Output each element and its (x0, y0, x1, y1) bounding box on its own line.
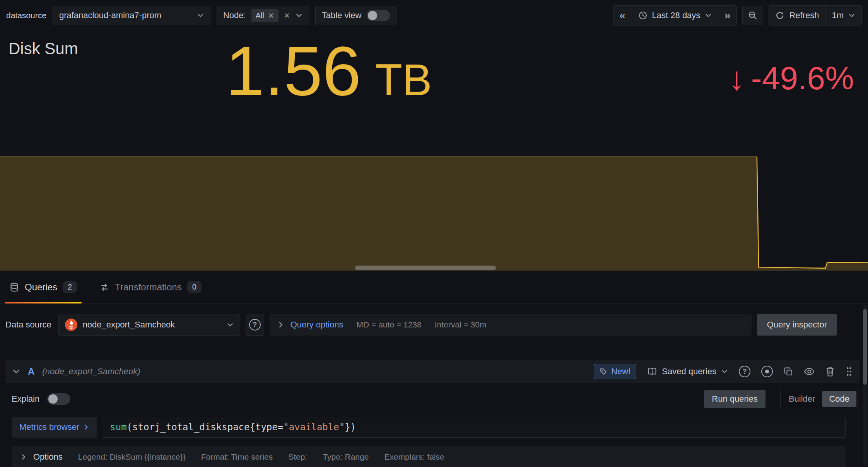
node-filter-label: Node: (223, 10, 246, 20)
clock-icon (638, 11, 648, 20)
table-view-control: Table view (315, 6, 397, 25)
time-controls: « Last 28 days » (613, 5, 737, 26)
query-help-button[interactable]: ? (739, 366, 750, 377)
query-options-bar[interactable]: Query options MD = auto = 1238 Interval … (270, 314, 752, 336)
metrics-browser-label: Metrics browser (19, 422, 79, 432)
legend-summary: Legend: DiskSum {{instance}} (78, 452, 186, 462)
help-circle-icon: ? (739, 366, 750, 377)
time-shift-back-button[interactable]: « (613, 6, 632, 25)
tab-transformations-label: Transformations (115, 282, 182, 293)
horizontal-scrollbar-thumb[interactable] (355, 266, 496, 270)
delete-query-button[interactable] (825, 366, 835, 377)
node-filter-tag-all[interactable]: All ✕ (251, 9, 279, 22)
chevron-right-icon (277, 321, 284, 328)
new-feature-badge[interactable]: New! (594, 364, 636, 379)
toggle-knob (368, 11, 377, 20)
promql-close: }) (345, 422, 356, 433)
hide-query-button[interactable] (804, 367, 815, 376)
percent-change-value: -49.6% (751, 60, 854, 97)
tab-queries-label: Queries (25, 282, 57, 293)
vertical-scrollbar-thumb[interactable] (863, 309, 867, 385)
chevron-right-icon (20, 453, 27, 460)
code-mode-option[interactable]: Code (822, 391, 856, 407)
stat-unit: TB (375, 54, 432, 105)
datasource-help-button[interactable]: ? (246, 314, 264, 336)
circle-status-button[interactable] (761, 366, 773, 377)
sparkline-chart (0, 157, 868, 271)
circle-dot-icon (761, 366, 773, 377)
refresh-icon (775, 11, 784, 20)
refresh-button[interactable]: Refresh (769, 6, 825, 25)
query-datasource-picker[interactable]: node_export_Samcheok (58, 314, 240, 336)
refresh-interval-value: 1m (832, 10, 844, 20)
tag-remove-icon[interactable]: ✕ (268, 12, 274, 19)
toolbar-left: datasource grafanacloud-amina7-prom Node… (6, 6, 613, 25)
saved-queries-dropdown[interactable]: Saved queries (647, 366, 728, 377)
tag-label: All (256, 11, 264, 20)
tab-queries[interactable]: Queries 2 (4, 271, 82, 303)
datasource-row: Data source node_export_Samcheok ? Query… (5, 314, 837, 336)
promql-function: sum (110, 422, 126, 433)
refresh-label: Refresh (789, 10, 819, 20)
prometheus-icon (65, 319, 77, 331)
max-data-points-summary: MD = auto = 1238 (357, 320, 422, 329)
promql-selector: {type= (250, 422, 284, 433)
stat-panel: Disk Sum 1.56 TB ↓ -49.6% (0, 31, 868, 271)
options-toggle[interactable]: Options (20, 452, 63, 462)
copy-icon (784, 367, 793, 376)
time-range-label: Last 28 days (652, 10, 701, 20)
drag-handle[interactable] (846, 366, 853, 377)
query-options-summary-row: Options Legend: DiskSum {{instance}} For… (12, 446, 846, 467)
top-toolbar: datasource grafanacloud-amina7-prom Node… (0, 0, 868, 31)
step-summary: Step: (288, 452, 307, 462)
clear-filter-icon[interactable]: ✕ (284, 12, 290, 19)
promql-code-input[interactable]: sum(storj_total_diskspace{type="availabl… (102, 417, 846, 438)
duplicate-query-button[interactable] (784, 367, 793, 376)
percent-change: ↓ -49.6% (729, 60, 854, 97)
explain-toggle[interactable] (47, 393, 70, 405)
new-badge-label: New! (611, 366, 630, 377)
datasource-label: datasource (6, 11, 46, 20)
promql-row: Metrics browser sum(storj_total_diskspac… (12, 417, 846, 438)
transformations-icon (99, 282, 109, 292)
query-options-toggle[interactable]: Query options (277, 320, 343, 330)
interval-summary: Interval = 30m (435, 320, 487, 329)
toggle-knob (48, 394, 58, 404)
collapse-chevron-icon[interactable] (12, 368, 20, 375)
run-queries-button[interactable]: Run queries (704, 390, 765, 408)
promql-string: "available" (283, 422, 345, 433)
query-datasource-hint: (node_export_Samcheok) (42, 366, 140, 377)
query-row-header: A (node_export_Samcheok) New! Saved quer… (5, 360, 859, 383)
query-inspector-button[interactable]: Query inspector (757, 314, 837, 336)
trash-icon (825, 366, 835, 377)
exemplars-summary: Exemplars: false (384, 452, 444, 462)
editor-mode-switch: Builder Code (780, 390, 858, 408)
tab-transformations[interactable]: Transformations 0 (94, 271, 207, 303)
tag-icon (600, 368, 607, 375)
saved-queries-label: Saved queries (662, 366, 716, 377)
node-filter[interactable]: Node: All ✕ ✕ (217, 6, 309, 25)
chevron-down-icon (197, 12, 204, 19)
chevron-right-icon (83, 424, 89, 430)
book-icon (647, 366, 657, 377)
datasource-picker[interactable]: grafanacloud-amina7-prom (53, 6, 210, 25)
refresh-interval-picker[interactable]: 1m (825, 6, 861, 25)
explain-label: Explain (12, 394, 39, 404)
time-shift-forward-button[interactable]: » (718, 6, 736, 25)
query-options-label: Query options (290, 320, 343, 330)
chevron-down-icon (721, 368, 728, 375)
chevron-down-icon (705, 12, 712, 19)
zoom-out-button[interactable] (742, 6, 763, 25)
type-summary: Type: Range (323, 452, 369, 462)
query-ref-id[interactable]: A (28, 366, 34, 377)
time-range-picker[interactable]: Last 28 days (632, 6, 718, 25)
refresh-controls: Refresh 1m (769, 5, 862, 26)
eye-icon (804, 367, 815, 376)
grafana-panel-editor: datasource grafanacloud-amina7-prom Node… (0, 0, 868, 467)
editor-tabs: Queries 2 Transformations 0 (0, 271, 868, 304)
metrics-browser-button[interactable]: Metrics browser (12, 417, 97, 438)
builder-mode-option[interactable]: Builder (782, 391, 822, 407)
stat-value: 1.56 (226, 36, 361, 106)
chevron-down-icon[interactable] (296, 12, 302, 19)
table-view-toggle[interactable] (367, 10, 390, 21)
